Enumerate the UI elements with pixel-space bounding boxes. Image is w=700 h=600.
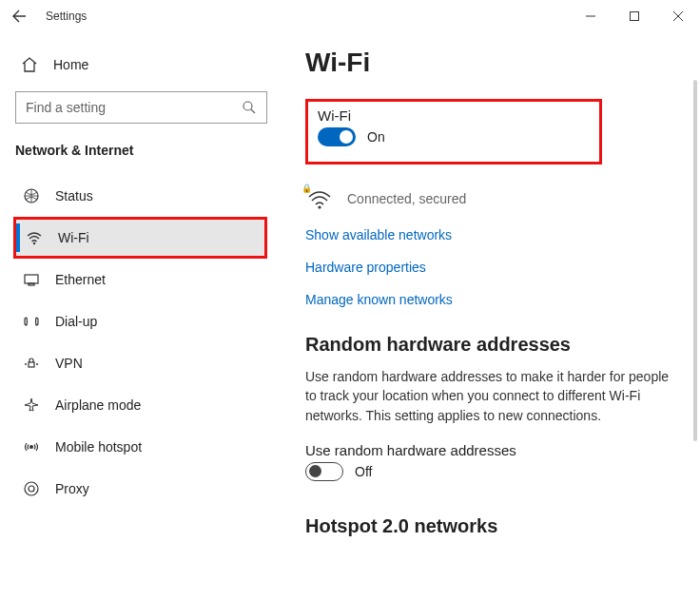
hardware-properties-link[interactable]: Hardware properties <box>305 260 677 275</box>
sidebar-item-label: Proxy <box>55 481 89 496</box>
ethernet-icon <box>21 271 42 288</box>
search-input[interactable]: Find a setting <box>15 91 267 124</box>
svg-point-9 <box>25 363 27 365</box>
sidebar-item-label: Ethernet <box>55 272 106 287</box>
sidebar-item-label: Wi-Fi <box>58 230 89 245</box>
minimize-button[interactable] <box>569 0 612 32</box>
sidebar-item-label: Mobile hotspot <box>55 439 142 455</box>
proxy-icon <box>21 480 42 497</box>
svg-rect-7 <box>29 283 34 285</box>
title-bar: Settings <box>0 0 700 32</box>
svg-point-2 <box>243 102 252 110</box>
hotspot-icon <box>21 438 42 455</box>
wifi-section-label: Wi-Fi <box>318 107 590 124</box>
svg-rect-8 <box>29 362 34 367</box>
airplane-icon <box>21 397 42 414</box>
sidebar-item-wifi[interactable]: Wi-Fi <box>13 217 267 259</box>
wifi-toggle[interactable] <box>318 127 356 146</box>
svg-line-3 <box>251 109 255 113</box>
sidebar-item-proxy[interactable]: Proxy <box>13 468 277 510</box>
random-addresses-description: Use random hardware addresses to make it… <box>305 367 677 425</box>
sidebar-item-status[interactable]: Status <box>13 175 277 217</box>
wifi-secured-icon: 🔒 <box>305 187 334 210</box>
category-heading: Network & Internet <box>13 137 281 175</box>
status-icon <box>21 187 42 204</box>
sidebar-item-label: VPN <box>55 356 83 371</box>
maximize-button[interactable] <box>612 0 656 32</box>
sidebar-item-label: Dial-up <box>55 314 97 329</box>
random-addresses-heading: Random hardware addresses <box>305 334 677 356</box>
svg-point-14 <box>318 205 321 208</box>
page-title: Wi-Fi <box>305 48 677 78</box>
svg-point-11 <box>29 445 33 449</box>
svg-point-13 <box>29 486 34 492</box>
connection-status: 🔒 Connected, secured <box>305 187 677 210</box>
dialup-icon <box>21 313 42 330</box>
connection-status-text: Connected, secured <box>347 191 466 206</box>
window-title: Settings <box>46 10 87 23</box>
sidebar-item-ethernet[interactable]: Ethernet <box>13 259 277 300</box>
wifi-icon <box>24 229 45 246</box>
random-toggle-label: Use random hardware addresses <box>305 442 677 458</box>
show-networks-link[interactable]: Show available networks <box>305 227 677 242</box>
vpn-icon <box>21 355 42 372</box>
svg-point-12 <box>25 482 38 495</box>
close-button[interactable] <box>656 0 700 32</box>
svg-point-5 <box>33 242 35 244</box>
sidebar-item-label: Status <box>55 188 93 203</box>
content-pane: Wi-Fi Wi-Fi On 🔒 Connected, secured Show… <box>281 32 700 600</box>
hotspot-heading: Hotspot 2.0 networks <box>305 515 677 537</box>
scrollbar[interactable] <box>693 80 697 441</box>
random-toggle-state: Off <box>355 464 372 479</box>
svg-rect-6 <box>25 275 38 283</box>
home-icon <box>19 56 40 73</box>
wifi-toggle-state: On <box>367 129 385 145</box>
random-addresses-toggle[interactable] <box>305 462 343 481</box>
manage-known-networks-link[interactable]: Manage known networks <box>305 292 677 307</box>
sidebar: Home Find a setting Network & Internet S… <box>0 32 281 600</box>
svg-point-10 <box>36 363 38 365</box>
search-placeholder: Find a setting <box>26 100 106 115</box>
wifi-toggle-section: Wi-Fi On <box>305 99 602 165</box>
sidebar-item-label: Airplane mode <box>55 397 141 413</box>
sidebar-item-vpn[interactable]: VPN <box>13 342 277 384</box>
search-icon <box>242 100 257 115</box>
home-label: Home <box>53 57 88 72</box>
sidebar-item-hotspot[interactable]: Mobile hotspot <box>13 426 277 468</box>
home-nav[interactable]: Home <box>13 44 277 86</box>
sidebar-item-airplane[interactable]: Airplane mode <box>13 384 277 426</box>
svg-rect-1 <box>631 12 639 21</box>
back-button[interactable] <box>11 9 38 24</box>
sidebar-item-dialup[interactable]: Dial-up <box>13 300 277 342</box>
